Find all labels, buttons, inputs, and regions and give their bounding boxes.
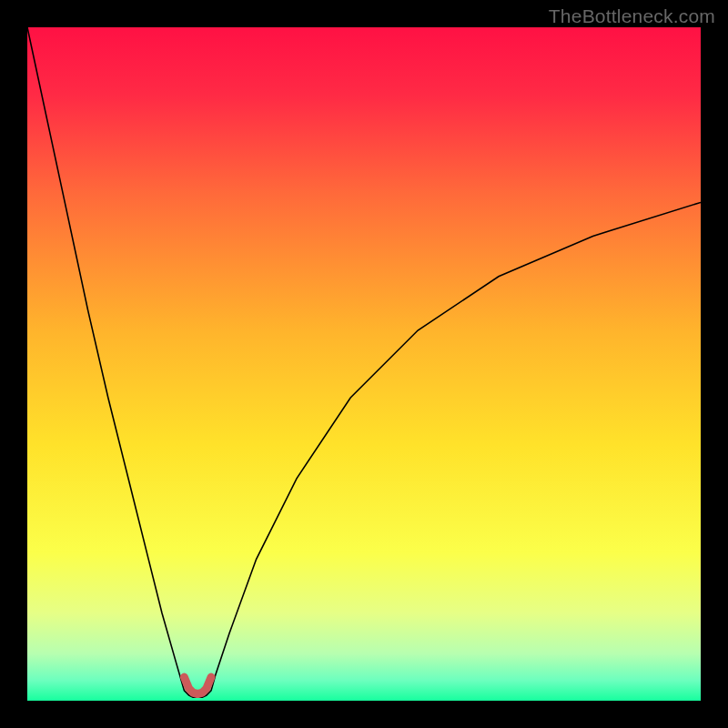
chart-svg bbox=[27, 27, 701, 701]
gradient-background bbox=[27, 27, 701, 701]
watermark-text: TheBottleneck.com bbox=[549, 5, 715, 27]
chart-frame: TheBottleneck.com bbox=[0, 0, 728, 728]
plot-area bbox=[27, 27, 701, 701]
